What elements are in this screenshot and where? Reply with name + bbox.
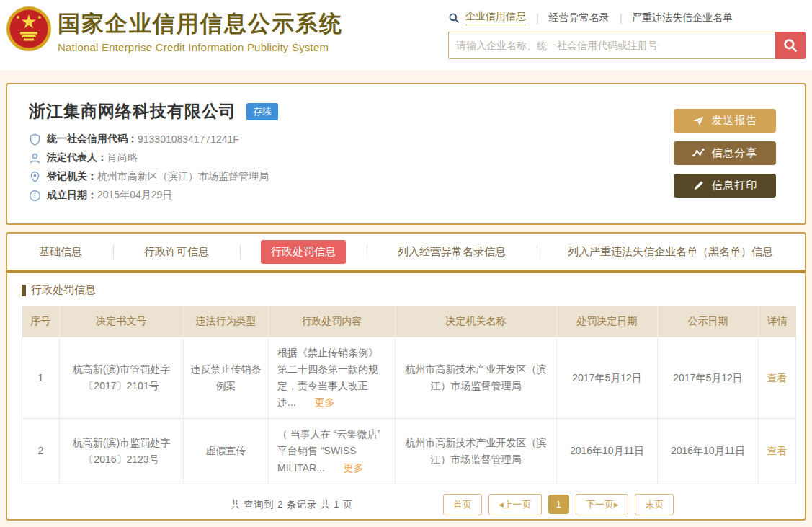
field-establishment-date: 成立日期： 2015年04月29日 xyxy=(29,186,783,205)
cell-detail: 查看 xyxy=(759,419,796,484)
field-label: 登记机关： xyxy=(47,170,97,183)
cell-publicity-date: 2017年5月12日 xyxy=(658,337,759,419)
view-link[interactable]: 查看 xyxy=(767,372,788,384)
cell-authority: 杭州市高新技术产业开发区（滨江）市场监督管理局 xyxy=(396,337,557,419)
tab-admin-license-info[interactable]: 行政许可信息 xyxy=(134,240,219,264)
tab-basic-info[interactable]: 基础信息 xyxy=(29,240,92,264)
site-title-en: National Enterprise Credit Information P… xyxy=(58,41,343,53)
cell-publicity-date: 2016年10月11日 xyxy=(658,419,759,484)
prev-page-button[interactable]: ◂上一页 xyxy=(488,494,542,515)
nav-divider: | xyxy=(620,12,623,24)
field-registration-authority: 登记机关： 杭州市高新区（滨江）市场监督管理局 xyxy=(29,167,783,186)
col-header-no: 序号 xyxy=(22,306,60,337)
info-icon xyxy=(29,190,41,202)
location-icon xyxy=(29,171,41,183)
cell-doc-no: 杭高新(滨)市管罚处字〔2017〕2101号 xyxy=(60,337,184,419)
info-print-button[interactable]: 信息打印 xyxy=(674,174,776,198)
top-navigation: 企业信用信息 | 经营异常名录 | 严重违法失信企业名单 xyxy=(448,10,806,25)
last-page-button[interactable]: 末页 xyxy=(635,494,674,515)
nav-divider: | xyxy=(536,12,539,24)
cell-authority: 杭州市高新技术产业开发区（滨江）市场监督管理局 xyxy=(396,419,557,484)
button-label: 信息分享 xyxy=(712,146,758,160)
button-label: 信息打印 xyxy=(712,179,758,192)
paper-plane-icon xyxy=(692,115,705,127)
col-header-violation-type: 违法行为类型 xyxy=(184,306,269,337)
next-page-button[interactable]: 下一页▸ xyxy=(576,494,629,515)
send-report-button[interactable]: 发送报告 xyxy=(674,109,776,133)
title-marker xyxy=(22,285,26,296)
company-info-card: 浙江集商网络科技有限公司 存续 统一社会信用代码： 91330108341771… xyxy=(6,83,806,225)
section-tabs: 基础信息 行政许可信息 行政处罚信息 列入经营异常名录信息 列入严重违法失信企业… xyxy=(7,234,805,270)
cell-penalty-content: 根据《禁止传销条例》第二十四条第一款的规定，责令当事人改正违...更多 xyxy=(269,337,396,419)
site-title-cn: 国家企业信用信息公示系统 xyxy=(58,9,343,39)
search-bar xyxy=(448,32,806,59)
cell-detail: 查看 xyxy=(759,337,796,419)
company-field-list: 统一社会信用代码： 91330108341771241F 法定代表人： 肖尚略 … xyxy=(29,130,783,205)
nav-enterprise-credit-info[interactable]: 企业信用信息 xyxy=(465,10,526,25)
pagination: 共 查询到 2 条记录 共 1 页 首页 ◂上一页 1 下一页▸ 末页 xyxy=(22,494,790,515)
table-row: 1 杭高新(滨)市管罚处字〔2017〕2101号 违反禁止传销条例案 根据《禁止… xyxy=(22,337,796,419)
field-label: 成立日期： xyxy=(47,189,97,202)
col-header-publicity-date: 公示日期 xyxy=(658,306,759,337)
field-label: 统一社会信用代码： xyxy=(47,133,138,146)
first-page-button[interactable]: 首页 xyxy=(443,494,482,515)
field-value: 杭州市高新区（滨江）市场监督管理局 xyxy=(97,170,269,183)
col-header-penalty-content: 行政处罚内容 xyxy=(269,306,396,337)
tab-blacklist-info[interactable]: 列入严重违法失信企业名单（黑名单）信息 xyxy=(558,240,783,264)
brand-block: 国家企业信用信息公示系统 National Enterprise Credit … xyxy=(58,9,343,53)
field-credit-code: 统一社会信用代码： 91330108341771241F xyxy=(29,130,783,149)
more-link[interactable]: 更多 xyxy=(315,397,335,408)
col-header-decision-date: 处罚决定日期 xyxy=(557,306,658,337)
record-count-summary: 共 查询到 2 条记录 共 1 页 xyxy=(231,498,353,511)
search-button[interactable] xyxy=(775,32,806,59)
tab-abnormal-operations-info[interactable]: 列入经营异常名录信息 xyxy=(388,240,516,264)
col-header-doc-no: 决定书文号 xyxy=(60,306,184,337)
status-badge: 存续 xyxy=(246,103,278,120)
cell-doc-no: 杭高新(滨)市监罚处字〔2016〕2123号 xyxy=(60,419,184,484)
share-icon xyxy=(692,147,705,159)
penalty-content-text: （ 当事人在 “云集微店” 平台销售 “SWISS MILITAR... xyxy=(277,428,380,473)
field-value: 91330108341771241F xyxy=(138,133,239,145)
pencil-icon xyxy=(692,180,705,192)
cell-violation-type: 虚假宣传 xyxy=(184,419,269,484)
more-link[interactable]: 更多 xyxy=(344,462,364,474)
field-legal-representative: 法定代表人： 肖尚略 xyxy=(29,149,783,167)
nav-serious-violation-list[interactable]: 严重违法失信企业名单 xyxy=(632,12,733,25)
cell-violation-type: 违反禁止传销条例案 xyxy=(184,337,269,419)
shield-icon xyxy=(29,133,41,146)
person-icon xyxy=(29,152,41,164)
search-input[interactable] xyxy=(448,32,775,59)
col-header-detail: 详情 xyxy=(759,306,796,337)
section-title-text: 行政处罚信息 xyxy=(31,283,96,297)
penalty-table: 序号 决定书文号 违法行为类型 行政处罚内容 决定机关名称 处罚决定日期 公示日… xyxy=(22,306,796,484)
tab-admin-penalty-info[interactable]: 行政处罚信息 xyxy=(261,240,346,264)
cell-no: 2 xyxy=(22,419,60,484)
table-row: 2 杭高新(滨)市监罚处字〔2016〕2123号 虚假宣传 （ 当事人在 “云集… xyxy=(22,419,796,484)
field-label: 法定代表人： xyxy=(47,151,107,164)
action-buttons: 发送报告 信息分享 信息打印 xyxy=(674,109,776,198)
cell-decision-date: 2016年10月11日 xyxy=(557,419,658,484)
section-title: 行政处罚信息 xyxy=(22,283,790,297)
field-value: 肖尚略 xyxy=(107,151,138,164)
header-search-area: 企业信用信息 | 经营异常名录 | 严重违法失信企业名单 xyxy=(448,10,806,59)
field-value: 2015年04月29日 xyxy=(97,189,172,202)
national-emblem-logo xyxy=(6,6,52,52)
company-name: 浙江集商网络科技有限公司 xyxy=(29,100,236,123)
cell-decision-date: 2017年5月12日 xyxy=(557,337,658,419)
detail-section-card: 基础信息 行政许可信息 行政处罚信息 列入经营异常名录信息 列入严重违法失信企业… xyxy=(6,232,806,521)
info-share-button[interactable]: 信息分享 xyxy=(674,141,776,165)
table-header-row: 序号 决定书文号 违法行为类型 行政处罚内容 决定机关名称 处罚决定日期 公示日… xyxy=(22,306,796,337)
site-header: 国家企业信用信息公示系统 National Enterprise Credit … xyxy=(0,0,812,70)
col-header-authority: 决定机关名称 xyxy=(396,306,557,337)
nav-abnormal-operations-list[interactable]: 经营异常名录 xyxy=(549,12,610,25)
search-icon xyxy=(448,12,460,24)
current-page-button[interactable]: 1 xyxy=(548,495,569,514)
pagination-buttons: 首页 ◂上一页 1 下一页▸ 末页 xyxy=(443,494,674,515)
cell-no: 1 xyxy=(22,337,60,419)
cell-penalty-content: （ 当事人在 “云集微店” 平台销售 “SWISS MILITAR...更多 xyxy=(269,419,396,484)
view-link[interactable]: 查看 xyxy=(767,445,788,456)
search-button-icon xyxy=(782,37,798,53)
button-label: 发送报告 xyxy=(712,114,758,128)
